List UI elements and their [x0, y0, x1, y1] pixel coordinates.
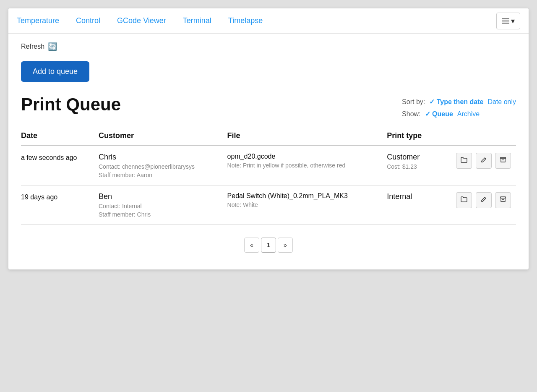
- table-header-row: Date Customer File Print type: [21, 128, 516, 146]
- actions-cell-1: [438, 146, 516, 186]
- col-header-date: Date: [21, 128, 99, 146]
- type-name-2: Internal: [387, 192, 433, 201]
- archive-button-1[interactable]: [495, 153, 511, 169]
- nav-links: Temperature Control GCode Viewer Termina…: [17, 16, 496, 25]
- show-archive[interactable]: Archive: [457, 110, 480, 118]
- type-cell-1: Customer Cost: $1.23: [387, 146, 438, 186]
- customer-cell-1: Chris Contact: chennes@pioneerlibrarysys…: [99, 146, 227, 186]
- nav-gcode-viewer[interactable]: GCode Viewer: [117, 16, 166, 25]
- chevron-down-icon: ▾: [511, 16, 515, 26]
- customer-contact-1: Contact: chennes@pioneerlibrarysys: [99, 163, 222, 170]
- top-nav: Temperature Control GCode Viewer Termina…: [8, 8, 529, 34]
- refresh-icon[interactable]: 🔄: [48, 42, 57, 51]
- archive-button-2[interactable]: [495, 192, 511, 208]
- refresh-row: Refresh 🔄: [21, 42, 516, 51]
- show-row: Show: Queue Archive: [402, 110, 516, 118]
- print-table: Date Customer File Print type a few seco…: [21, 128, 516, 225]
- folder-button-2[interactable]: [456, 192, 472, 208]
- pencil-icon: [481, 157, 487, 165]
- svg-rect-0: [501, 157, 506, 159]
- file-name-2: Pedal Switch (White)_0.2mm_PLA_MK3: [227, 192, 382, 200]
- col-header-customer: Customer: [99, 128, 227, 146]
- file-cell-1: opm_d20.gcode Note: Print in yellow if p…: [227, 146, 387, 186]
- folder-icon: [461, 157, 467, 165]
- show-label: Show:: [402, 110, 420, 118]
- type-name-1: Customer: [387, 153, 433, 162]
- col-header-file: File: [227, 128, 387, 146]
- nav-terminal[interactable]: Terminal: [183, 16, 211, 25]
- pagination-page-1[interactable]: 1: [261, 238, 276, 253]
- file-note-2: Note: White: [227, 201, 382, 208]
- pagination: « 1 »: [21, 238, 516, 253]
- pagination-prev[interactable]: «: [244, 238, 259, 253]
- pagination-next[interactable]: »: [278, 238, 293, 253]
- add-to-queue-button[interactable]: Add to queue: [21, 61, 89, 82]
- sort-date-only[interactable]: Date only: [487, 98, 516, 106]
- edit-button-2[interactable]: [476, 192, 492, 208]
- nav-timelapse[interactable]: Timelapse: [228, 16, 263, 25]
- col-header-actions: [438, 128, 516, 146]
- type-cost-1: Cost: $1.23: [387, 163, 433, 170]
- file-note-1: Note: Print in yellow if possible, other…: [227, 162, 382, 169]
- sort-show-panel: Sort by: Type then date Date only Show: …: [402, 94, 516, 118]
- hamburger-icon: [502, 18, 509, 24]
- refresh-label: Refresh: [21, 43, 44, 50]
- pencil-icon: [481, 196, 487, 204]
- archive-icon: [500, 157, 506, 165]
- customer-name-1: Chris: [99, 153, 222, 162]
- queue-header-row: Print Queue Sort by: Type then date Date…: [21, 94, 516, 118]
- sort-type-then-date[interactable]: Type then date: [429, 98, 483, 106]
- nav-menu-button[interactable]: ▾: [496, 13, 520, 29]
- table-row: a few seconds ago Chris Contact: chennes…: [21, 146, 516, 186]
- file-cell-2: Pedal Switch (White)_0.2mm_PLA_MK3 Note:…: [227, 186, 387, 225]
- col-header-print-type: Print type: [387, 128, 438, 146]
- sort-row: Sort by: Type then date Date only: [402, 98, 516, 106]
- folder-button-1[interactable]: [456, 153, 472, 169]
- date-cell-1: a few seconds ago: [21, 146, 99, 186]
- customer-staff-1: Staff member: Aaron: [99, 172, 222, 178]
- nav-temperature[interactable]: Temperature: [17, 16, 59, 25]
- file-name-1: opm_d20.gcode: [227, 153, 382, 160]
- folder-icon: [461, 196, 467, 204]
- type-cell-2: Internal: [387, 186, 438, 225]
- table-row: 19 days ago Ben Contact: Internal Staff …: [21, 186, 516, 225]
- customer-cell-2: Ben Contact: Internal Staff member: Chri…: [99, 186, 227, 225]
- archive-icon: [500, 196, 506, 204]
- content-area: Refresh 🔄 Add to queue Print Queue Sort …: [8, 34, 529, 269]
- main-container: Temperature Control GCode Viewer Termina…: [8, 8, 529, 269]
- customer-name-2: Ben: [99, 192, 222, 201]
- customer-staff-2: Staff member: Chris: [99, 211, 222, 218]
- nav-control[interactable]: Control: [76, 16, 100, 25]
- actions-cell-2: [438, 186, 516, 225]
- customer-contact-2: Contact: Internal: [99, 203, 222, 209]
- sort-label: Sort by:: [402, 98, 425, 106]
- date-cell-2: 19 days ago: [21, 186, 99, 225]
- edit-button-1[interactable]: [476, 153, 492, 169]
- page-title: Print Queue: [21, 94, 121, 115]
- show-queue[interactable]: Queue: [425, 110, 453, 118]
- svg-rect-1: [501, 197, 506, 198]
